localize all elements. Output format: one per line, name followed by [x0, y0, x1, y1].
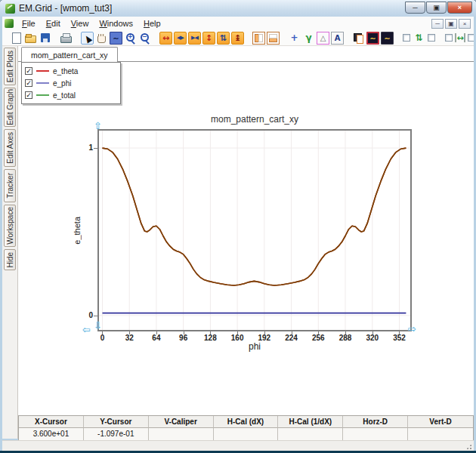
save-file-icon[interactable]: [39, 32, 51, 45]
sidebar-item-edit-plots[interactable]: Edit Plots: [4, 48, 16, 85]
cursor-value-0: 3.600e+01: [19, 428, 84, 440]
menu-help[interactable]: Help: [138, 17, 166, 29]
cursor-header-h-cal-1-dx-: H-Cal (1/dX): [278, 416, 343, 428]
crosshair-tool-icon[interactable]: +: [288, 32, 301, 45]
menu-windows[interactable]: Windows: [94, 17, 138, 29]
expand-y-icon[interactable]: ↕: [202, 32, 215, 45]
zoom-out-icon[interactable]: −: [138, 32, 151, 45]
x-tickmark-32: [129, 331, 130, 334]
text-annotation-icon[interactable]: A: [331, 32, 344, 45]
plot-mode-icon[interactable]: ∼: [110, 32, 122, 45]
left-panel-tabs: Edit PlotsEdit GraphEdit AxesTrackerWork…: [2, 46, 18, 439]
legend-swatch-e_theta: [36, 70, 49, 72]
new-document-icon[interactable]: [10, 32, 23, 45]
sidebar-item-hide[interactable]: Hide: [4, 249, 16, 270]
x-tickmark-192: [264, 331, 265, 334]
x-tickmark-160: [237, 331, 238, 334]
pan-tool-icon[interactable]: [95, 32, 108, 45]
sidebar-item-tracker[interactable]: Tracker: [4, 169, 16, 202]
pan-up-arrow[interactable]: ⇧: [94, 120, 102, 131]
pan-left-arrow[interactable]: ⇦: [82, 324, 91, 335]
legend-checkbox-e_theta[interactable]: ✓: [25, 67, 32, 75]
plot-svg: [99, 131, 410, 330]
sidebar-item-workspace[interactable]: Workspace: [4, 205, 16, 247]
x-tick-160: 160: [224, 334, 250, 342]
menu-edit[interactable]: Edit: [41, 17, 66, 29]
split-horizontal-icon[interactable]: [267, 32, 280, 45]
cursor-readout-table: X-CursorY-CursorV-CaliperH-Cal (dX)H-Cal…: [18, 415, 474, 441]
toolbar-items: ▲∼+−↔◀▶▶◀↕⇅↨+γ△A∼∼⇅↔: [10, 32, 474, 45]
copy-plot-icon[interactable]: [352, 32, 365, 45]
pointer-tool-icon[interactable]: ▲: [81, 32, 94, 45]
cursor-header-v-caliper: V-Caliper: [149, 416, 214, 428]
scale-y-icon[interactable]: ⇅: [217, 32, 230, 45]
cursor-value-5: [343, 428, 408, 440]
plot-frame[interactable]: [97, 129, 412, 331]
close-button[interactable]: ×: [447, 2, 472, 14]
sidebar-item-edit-axes[interactable]: Edit Axes: [4, 129, 16, 167]
legend-row-e_total: ✓e_total: [25, 89, 117, 101]
x-tick-352: 352: [386, 334, 412, 342]
x-tickmark-96: [184, 331, 184, 334]
print-icon[interactable]: [60, 32, 73, 45]
menu-view[interactable]: View: [66, 17, 94, 29]
link-x-left-checkbox-icon[interactable]: [444, 32, 453, 45]
title-bar[interactable]: EM.Grid - [wmom_tut3] ─▣×: [0, 0, 476, 17]
y-tickmark-0: [94, 316, 97, 316]
legend-checkbox-e_total[interactable]: ✓: [25, 91, 32, 99]
app-logo-icon: [5, 4, 15, 14]
legend-label-e_total: e_total: [53, 91, 76, 100]
cursor-header-horz-d: Horz-D: [343, 416, 408, 428]
x-tickmark-128: [210, 331, 211, 334]
caliper-tool-icon[interactable]: γ: [302, 32, 315, 45]
legend-row-e_theta: ✓e_theta: [25, 65, 117, 77]
document-logo-icon: [5, 19, 14, 28]
legend-checkbox-e_phi[interactable]: ✓: [25, 79, 32, 87]
x-tick-128: 128: [197, 334, 223, 342]
restore-button[interactable]: ▣: [426, 2, 447, 14]
scale-x-icon[interactable]: ◀▶: [174, 32, 187, 45]
expand-x-icon[interactable]: ↔: [159, 32, 172, 45]
pan-down-arrow[interactable]: ⇩: [94, 320, 102, 331]
link-y-right-checkbox-icon[interactable]: [427, 32, 436, 45]
mdi-close-button[interactable]: ×: [459, 19, 471, 29]
menu-items: FileEditViewWindowsHelp: [17, 17, 166, 29]
link-x-right-checkbox-icon[interactable]: [467, 32, 474, 45]
cursor-value-3: [214, 428, 279, 440]
window-controls: ─▣×: [405, 2, 472, 14]
new-plot-window-icon[interactable]: ∼: [366, 32, 379, 45]
cursor-table-value-row: 3.600e+01-1.097e-01: [19, 428, 473, 440]
sidebar-item-edit-graph[interactable]: Edit Graph: [4, 88, 16, 127]
x-tickmark-352: [399, 331, 400, 334]
mdi-restore-button[interactable]: ▣: [445, 19, 457, 29]
mdi-window-controls: ─▣×: [431, 19, 474, 29]
x-tickmark-224: [292, 331, 292, 334]
status-bar: [2, 440, 474, 451]
link-y-axes-icon[interactable]: ⇅: [413, 32, 425, 45]
x-axis-label: phi: [217, 341, 292, 352]
mdi-minimize-button[interactable]: ─: [431, 19, 444, 29]
app-window: EM.Grid - [wmom_tut3] ─▣× FileEditViewWi…: [0, 0, 476, 453]
pan-right-arrow[interactable]: ⇨: [408, 323, 416, 334]
link-y-left-checkbox-icon[interactable]: [402, 32, 411, 45]
y-axis-label: e_theta: [71, 177, 83, 283]
menu-file[interactable]: File: [17, 17, 41, 29]
compress-y-icon[interactable]: ↨: [231, 32, 244, 45]
legend-swatch-e_total: [36, 94, 49, 96]
link-x-axes-icon[interactable]: ↔: [455, 33, 465, 42]
tab-bar: mom_pattern_cart_xy: [18, 46, 474, 62]
x-tick-256: 256: [305, 334, 331, 342]
cursor-value-4: [278, 428, 343, 440]
compress-x-icon[interactable]: ▶◀: [188, 32, 201, 45]
split-vertical-icon[interactable]: [252, 32, 265, 45]
resize-grip[interactable]: [465, 443, 472, 450]
triangle-marker-icon[interactable]: △: [317, 32, 329, 45]
tab-mom-pattern-cart-xy[interactable]: mom_pattern_cart_xy: [21, 47, 118, 62]
minimize-button[interactable]: ─: [405, 2, 425, 14]
plot-window-icon[interactable]: ∼: [381, 32, 394, 45]
cursor-value-2: [149, 428, 214, 440]
cursor-header-vert-d: Vert-D: [408, 416, 473, 428]
zoom-in-icon[interactable]: +: [124, 32, 137, 45]
x-tick-192: 192: [252, 334, 277, 342]
open-file-icon[interactable]: [24, 32, 37, 45]
